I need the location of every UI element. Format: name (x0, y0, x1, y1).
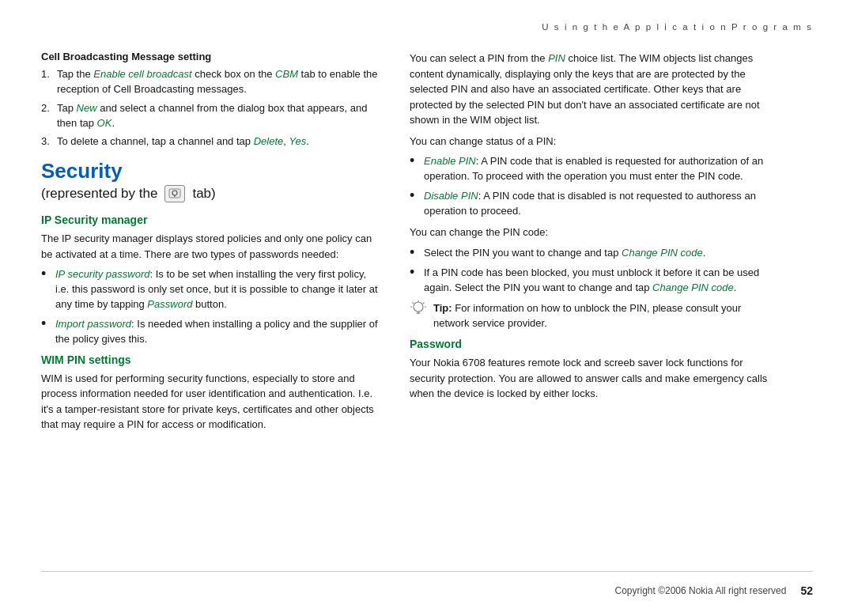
tab-icon-svg (168, 188, 181, 199)
step-1-text: Tap the Enable cell broadcast check box … (57, 67, 381, 97)
tip-icon (410, 300, 427, 323)
change-status-text: You can change status of a PIN: (410, 134, 773, 149)
import-password-link: Import password (55, 318, 131, 330)
step-3-num: 3. (41, 134, 52, 149)
status-bullet-2: • Disable PIN: A PIN code that is disabl… (410, 189, 773, 219)
disable-pin-link: Disable PIN (424, 190, 478, 202)
subtitle-after: tab) (192, 186, 215, 202)
left-column: Cell Broadcasting Message setting 1. Tap… (41, 51, 381, 571)
change-pin-text: You can change the PIN code: (410, 225, 773, 240)
status-bullet-dot-1: • (410, 153, 418, 184)
password-body: Your Nokia 6708 features remote lock and… (410, 355, 773, 402)
step-1-num: 1. (41, 67, 52, 97)
tab-icon (164, 185, 185, 202)
step-2: 2. Tap New and select a channel from the… (41, 101, 381, 131)
pin-bullet-1-text: Select the PIN you want to change and ta… (424, 246, 705, 261)
pin-bullet-dot-1: • (410, 245, 418, 261)
step-2-link2: OK (97, 117, 112, 129)
password-title: Password (410, 338, 773, 350)
status-bullet-1: • Enable PIN: A PIN code that is enabled… (410, 154, 773, 184)
step-2-num: 2. (41, 101, 52, 131)
svg-point-3 (414, 302, 423, 312)
step-1: 1. Tap the Enable cell broadcast check b… (41, 67, 381, 97)
page-header: U s i n g t h e A p p l i c a t i o n P … (41, 22, 813, 36)
tip-text: Tip: For information on how to unblock t… (433, 301, 773, 331)
security-subtitle: (represented by the tab) (41, 185, 381, 202)
wim-body: WIM is used for performing security func… (41, 371, 381, 433)
bullet-dot-1: • (41, 266, 49, 312)
pin-bullet-2-text: If a PIN code has been blocked, you must… (424, 266, 773, 296)
change-pin-link-2: Change PIN code (652, 282, 734, 293)
bullet-dot-2: • (41, 316, 49, 347)
copyright-text: Copyright ©2006 Nokia All right reserved (614, 585, 786, 596)
step-2-text: Tap New and select a channel from the di… (57, 101, 381, 131)
pin-bullet-dot-2: • (410, 265, 418, 296)
pin-link: PIN (548, 52, 565, 64)
right-intro: You can select a PIN from the PIN choice… (410, 51, 773, 128)
status-bullets: • Enable PIN: A PIN code that is enabled… (410, 154, 773, 218)
page-container: U s i n g t h e A p p l i c a t i o n P … (0, 0, 854, 616)
tip-bulb-icon (410, 300, 427, 317)
step-3-text: To delete a channel, tap a channel and t… (57, 134, 309, 149)
ip-bullet-1: • IP security password: Is to be set whe… (41, 267, 381, 312)
ip-password-link: IP security password (55, 268, 149, 280)
svg-line-8 (423, 303, 425, 304)
cell-broadcast-heading: Cell Broadcasting Message setting (41, 51, 381, 62)
pin-change-bullets: • Select the PIN you want to change and … (410, 246, 773, 296)
status-bullet-1-text: Enable PIN: A PIN code that is enabled i… (424, 154, 773, 184)
step-3-link1: Delete (254, 135, 284, 147)
header-text: U s i n g t h e A p p l i c a t i o n P … (542, 22, 813, 32)
ip-bullet-2-text: Import password: Is needed when installi… (55, 317, 381, 347)
step-3: 3. To delete a channel, tap a channel an… (41, 134, 381, 149)
step-1-link2: CBM (275, 68, 298, 80)
content-columns: Cell Broadcasting Message setting 1. Tap… (41, 51, 813, 571)
step-1-link1: Enable cell broadcast (93, 68, 191, 80)
cell-broadcast-steps: 1. Tap the Enable cell broadcast check b… (41, 67, 381, 149)
status-bullet-2-text: Disable PIN: A PIN code that is disabled… (424, 189, 773, 219)
footer-divider (41, 571, 813, 572)
pin-bullet-2: • If a PIN code has been blocked, you mu… (410, 266, 773, 296)
tip-box: Tip: For information on how to unblock t… (410, 301, 773, 331)
ip-bullet-1-text: IP security password: Is to be set when … (55, 267, 381, 312)
right-column: You can select a PIN from the PIN choice… (410, 51, 773, 571)
enable-pin-link: Enable PIN (424, 155, 476, 167)
ip-security-bullets: • IP security password: Is to be set whe… (41, 267, 381, 346)
footer: Copyright ©2006 Nokia All right reserved… (41, 580, 813, 597)
ip-bullet-2: • Import password: Is needed when instal… (41, 317, 381, 347)
pin-bullet-1: • Select the PIN you want to change and … (410, 246, 773, 261)
tip-label: Tip: (433, 302, 452, 314)
wim-title: WIM PIN settings (41, 353, 381, 366)
status-bullet-dot-2: • (410, 188, 418, 219)
page-number: 52 (800, 584, 813, 597)
password-link: Password (147, 298, 192, 310)
subtitle-before: (represented by the (41, 186, 157, 202)
security-title: Security (41, 159, 381, 183)
ip-security-title: IP Security manager (41, 214, 381, 226)
svg-line-7 (413, 303, 414, 304)
change-pin-link-1: Change PIN code (622, 247, 703, 259)
ip-security-body: The IP security manager displays stored … (41, 231, 381, 262)
step-2-link1: New (77, 102, 97, 114)
step-3-link2: Yes (289, 135, 306, 147)
